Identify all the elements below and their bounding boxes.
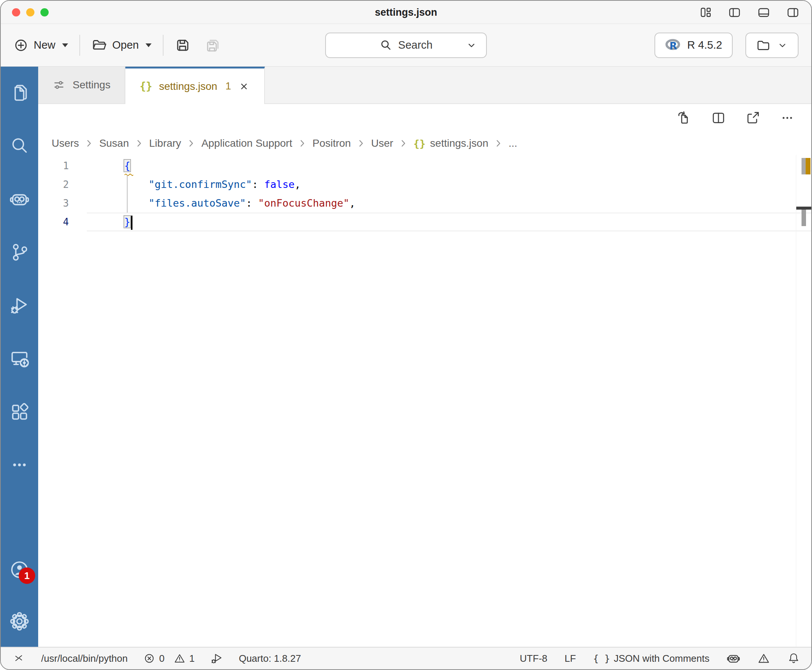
problems-indicator[interactable]: 0 1 <box>143 652 194 664</box>
sidebar-item-explorer[interactable] <box>10 83 29 103</box>
code-editor[interactable]: 1{2 "git.confirmSync": false,3 "files.au… <box>38 155 811 647</box>
more-actions-icon[interactable] <box>780 110 795 125</box>
breadcrumb-item[interactable]: {}settings.json <box>414 137 488 149</box>
tab-label: settings.json <box>159 81 218 93</box>
toolbar-divider <box>79 35 80 56</box>
breadcrumb-item[interactable]: Library <box>149 137 181 149</box>
json-file-icon: {} <box>140 80 152 93</box>
code-token: "onFocusChange" <box>258 197 349 209</box>
line-number: 3 <box>38 194 87 213</box>
open-button[interactable]: Open <box>91 38 152 53</box>
sidebar-item-assistant[interactable] <box>10 189 29 209</box>
error-icon <box>143 652 155 664</box>
sidebar-item-debug[interactable] <box>10 296 29 315</box>
toggle-panel-icon[interactable] <box>756 6 771 19</box>
line-number: 2 <box>38 175 87 194</box>
debug-run-icon <box>10 296 29 315</box>
breadcrumb-separator-icon <box>84 139 94 148</box>
account-button[interactable]: 1 <box>10 560 29 579</box>
toolbar-divider <box>163 35 164 56</box>
save-icon[interactable] <box>175 37 191 53</box>
remote-monitor-icon <box>10 349 29 368</box>
code-lines: 1{2 "git.confirmSync": false,3 "files.au… <box>38 156 811 231</box>
text-cursor <box>131 216 132 230</box>
traffic-lights <box>12 8 49 17</box>
files-icon <box>10 83 29 103</box>
encoding-indicator[interactable]: UTF-8 <box>520 653 547 664</box>
search-dropdown-chevron-icon[interactable] <box>466 40 477 51</box>
tab-problem-badge: 1 <box>226 81 231 92</box>
sidebar-item-extensions[interactable] <box>10 402 29 421</box>
breadcrumb-item[interactable]: ... <box>508 137 517 149</box>
code-token: "files.autoSave" <box>149 197 246 209</box>
split-editor-icon[interactable] <box>711 110 726 125</box>
close-tab-icon[interactable] <box>238 81 250 93</box>
folder-dropdown-chevron-icon <box>777 40 788 51</box>
toggle-secondary-sidebar-icon[interactable] <box>786 6 800 19</box>
tab-settings-json[interactable]: {} settings.json 1 <box>125 67 265 104</box>
error-count: 0 <box>159 653 164 664</box>
code-token: "git.confirmSync" <box>149 179 252 190</box>
overview-ruler-border <box>796 155 796 647</box>
new-dropdown-caret-icon <box>62 44 68 47</box>
breadcrumb-separator-icon <box>356 139 366 148</box>
code-line[interactable]: 1{ <box>38 156 811 175</box>
language-mode[interactable]: { } JSON with Comments <box>593 653 709 664</box>
open-folder-icon <box>91 38 107 53</box>
workspace-folder-button[interactable] <box>745 32 798 58</box>
code-token <box>124 197 149 209</box>
breadcrumb-item[interactable]: User <box>371 137 393 149</box>
breadcrumb-item[interactable]: Positron <box>312 137 351 149</box>
close-window-button[interactable] <box>12 8 20 17</box>
notifications-bell-icon[interactable] <box>787 652 800 665</box>
breadcrumb-item[interactable]: Users <box>52 137 79 149</box>
new-button[interactable]: New <box>14 38 68 53</box>
folder-icon <box>756 38 771 52</box>
assistant-status-icon[interactable] <box>727 651 740 665</box>
quarto-version[interactable]: Quarto: 1.8.27 <box>239 653 301 664</box>
code-line[interactable]: 2 "git.confirmSync": false, <box>38 175 811 194</box>
debug-status-icon[interactable] <box>210 652 223 665</box>
remote-indicator[interactable] <box>12 652 25 664</box>
sidebar-item-source-control[interactable] <box>10 242 29 262</box>
code-token: , <box>294 179 300 190</box>
tab-settings[interactable]: Settings <box>38 67 125 103</box>
customize-layout-icon[interactable] <box>699 6 712 19</box>
minimize-window-button[interactable] <box>26 8 34 17</box>
window-title: settings.json <box>375 6 437 18</box>
code-line[interactable]: 4} <box>38 213 811 231</box>
robot-icon <box>10 189 29 209</box>
zoom-window-button[interactable] <box>41 8 49 17</box>
code-token: , <box>349 197 355 209</box>
open-in-new-window-icon[interactable] <box>745 110 760 125</box>
scrollbar-thumb[interactable] <box>802 158 806 174</box>
code-line[interactable]: 3 "files.autoSave": "onFocusChange", <box>38 194 811 213</box>
breadcrumb-item[interactable]: Susan <box>99 137 129 149</box>
save-all-icon[interactable] <box>205 37 220 53</box>
extensions-icon <box>10 402 29 421</box>
r-runtime-button[interactable]: R R 4.5.2 <box>655 32 733 58</box>
gear-icon <box>10 612 29 631</box>
warning-count: 1 <box>189 653 194 664</box>
sidebar-item-more[interactable] <box>10 455 29 475</box>
warning-bell-icon[interactable] <box>757 652 770 665</box>
breadcrumb-separator-icon <box>187 139 196 148</box>
breadcrumb-item[interactable]: Application Support <box>201 137 292 149</box>
open-label: Open <box>112 39 139 51</box>
json-file-icon: {} <box>414 138 426 149</box>
open-changes-icon[interactable] <box>677 110 692 125</box>
breadcrumb: UsersSusanLibraryApplication SupportPosi… <box>38 132 811 155</box>
new-plus-icon <box>14 38 29 53</box>
breadcrumb-separator-icon <box>135 139 143 148</box>
code-token: { <box>124 160 130 171</box>
settings-gear-button[interactable] <box>10 612 29 631</box>
eol-indicator[interactable]: LF <box>565 653 576 664</box>
overview-selection-marker <box>802 210 806 226</box>
status-bar: /usr/local/bin/python 0 1 Quarto: 1.8.27… <box>1 647 811 669</box>
python-interpreter[interactable]: /usr/local/bin/python <box>41 653 128 664</box>
toggle-primary-sidebar-icon[interactable] <box>728 6 742 19</box>
sidebar-item-search[interactable] <box>10 136 29 156</box>
code-token: : <box>246 197 258 209</box>
sidebar-item-remote-explorer[interactable] <box>10 349 29 368</box>
search-input[interactable]: Search <box>325 32 487 58</box>
